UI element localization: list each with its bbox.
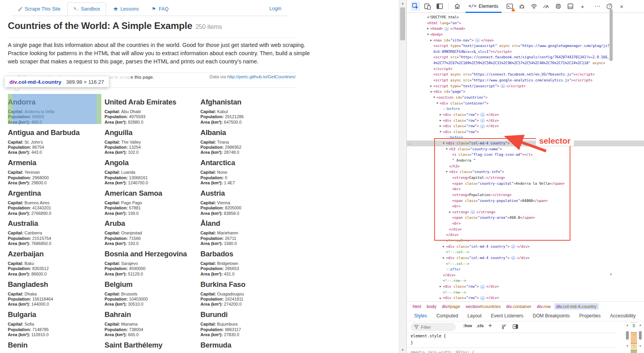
- expand-node-icon[interactable]: …: [470, 210, 475, 214]
- new-style-rule-button[interactable]: +: [488, 322, 492, 330]
- expand-arrow-closed-icon[interactable]: ▶: [441, 244, 446, 250]
- dom-tree-line[interactable]: <!--.row-->: [407, 290, 644, 295]
- tab-elements[interactable]: </> Elements: [465, 0, 502, 13]
- inspect-element-icon[interactable]: [411, 2, 420, 11]
- dom-tree-line[interactable]: ▶<div class="row">…</div>: [407, 295, 644, 301]
- expand-arrow-open-icon[interactable]: ▼: [435, 101, 440, 106]
- panel-tab-styles[interactable]: Styles: [410, 311, 431, 321]
- scroll-up-icon[interactable]: ▲: [608, 1, 614, 7]
- expand-arrow-open-icon[interactable]: ▼: [444, 169, 449, 175]
- add-tab-icon[interactable]: +: [578, 2, 587, 11]
- data-source-link[interactable]: http://peric.github.io/GetCountries/: [227, 74, 296, 79]
- expand-arrow-closed-icon[interactable]: ▶: [438, 112, 443, 118]
- login-link[interactable]: Login: [269, 6, 281, 11]
- expand-node-icon[interactable]: …: [444, 27, 449, 31]
- breadcrumb-item[interactable]: div.col-md-4.country: [554, 303, 599, 310]
- page-scroll-thumb[interactable]: [400, 7, 405, 40]
- scroll-down-icon[interactable]: ▼: [638, 344, 643, 348]
- expand-arrow-open-icon[interactable]: ▼: [444, 146, 449, 152]
- expand-node-icon[interactable]: …: [480, 285, 485, 289]
- expand-arrow-closed-icon[interactable]: ▶: [438, 295, 443, 301]
- scroll-up-icon[interactable]: ▲: [638, 323, 643, 327]
- expand-arrow-closed-icon[interactable]: ▶: [426, 26, 430, 32]
- expand-node-icon[interactable]: …: [500, 84, 505, 88]
- rendering-emulation-icon[interactable]: [501, 324, 507, 331]
- expand-arrow-closed-icon[interactable]: ▶: [438, 284, 443, 290]
- expand-arrow-open-icon[interactable]: ▼: [441, 140, 446, 146]
- expand-node-icon[interactable]: …: [480, 124, 485, 128]
- nav-item-faq[interactable]: ⚑FAQ: [146, 3, 174, 15]
- panel-tab-layout[interactable]: Layout: [463, 311, 486, 321]
- breadcrumb-item[interactable]: body: [425, 303, 438, 310]
- scroll-down-icon[interactable]: ▼: [625, 344, 630, 348]
- expand-node-icon[interactable]: …: [511, 245, 516, 249]
- panel-tab-accessibility[interactable]: Accessibility: [606, 311, 640, 321]
- expand-node-icon[interactable]: …: [511, 256, 516, 260]
- performance-icon[interactable]: [541, 2, 551, 11]
- code-token: </div>: [517, 256, 530, 260]
- focus-dock-icon[interactable]: [435, 2, 444, 11]
- window-scrollbar[interactable]: ▲ ▼: [638, 322, 643, 353]
- console-icon[interactable]: [505, 2, 514, 11]
- scroll-down-icon[interactable]: ▼: [399, 347, 406, 353]
- device-emulation-icon[interactable]: [423, 2, 432, 11]
- expand-node-icon[interactable]: …: [480, 113, 485, 117]
- breadcrumb-item[interactable]: html: [411, 303, 423, 310]
- scroll-up-icon[interactable]: ▲: [625, 323, 630, 327]
- expand-arrow-closed-icon[interactable]: ▶: [429, 83, 433, 89]
- code-token: Population:: [469, 193, 492, 197]
- home-icon[interactable]: [453, 2, 462, 11]
- dom-gutter-menu-icon[interactable]: …: [408, 140, 410, 146]
- open-panel-icon[interactable]: [512, 324, 518, 331]
- expand-arrow-open-icon[interactable]: ▼: [426, 32, 430, 38]
- code-token: <!--.col-->: [446, 262, 469, 266]
- expand-arrow-open-icon[interactable]: ▼: [438, 129, 443, 135]
- scroll-thumb[interactable]: [626, 331, 629, 340]
- expand-node-icon[interactable]: …: [480, 119, 485, 122]
- nav-item-sandbox[interactable]: >_Sandbox: [67, 2, 106, 16]
- toggle-classes-button[interactable]: .cls: [476, 323, 483, 328]
- styles-rules: element.style { } @media (min-width: 992…: [407, 333, 615, 353]
- toggle-hover-state-button[interactable]: :hov: [463, 323, 472, 328]
- scroll-up-icon[interactable]: ▲: [399, 0, 406, 6]
- network-icon[interactable]: [529, 2, 539, 11]
- close-icon[interactable]: ×: [617, 2, 626, 11]
- scroll-thumb[interactable]: [639, 331, 642, 340]
- expand-arrow-closed-icon[interactable]: ▶: [447, 209, 452, 215]
- breadcrumb-item[interactable]: div.row: [535, 303, 553, 310]
- country-card: ArmeniaCapital: YerevanPopulation: 29680…: [8, 158, 105, 188]
- dom-scroll-thumb[interactable]: [610, 9, 613, 61]
- application-icon[interactable]: [566, 2, 575, 11]
- styles-scrollbar[interactable]: ▲ ▼: [625, 322, 630, 353]
- panel-tab-properties[interactable]: Properties: [575, 311, 605, 321]
- dom-scrollbar[interactable]: ▲ ▼: [608, 1, 614, 288]
- more-options-icon[interactable]: ⋯: [593, 2, 602, 11]
- memory-icon[interactable]: [554, 2, 563, 11]
- expand-arrow-closed-icon[interactable]: ▶: [441, 255, 446, 261]
- panel-tab-computed[interactable]: Computed: [432, 311, 462, 321]
- expand-node-icon[interactable]: …: [480, 296, 485, 300]
- nav-item-lessons[interactable]: Lessons: [108, 3, 144, 15]
- code-token: >: [486, 101, 488, 105]
- breadcrumb-item[interactable]: div.container: [504, 303, 533, 310]
- styles-filter-input[interactable]: Filter: [411, 323, 456, 331]
- page-scrollbar[interactable]: ▲ ▼: [399, 0, 406, 353]
- expand-arrow-closed-icon[interactable]: ▶: [438, 123, 443, 129]
- expand-arrow-closed-icon[interactable]: ▶: [438, 118, 443, 124]
- panel-tab-dom-breakpoints[interactable]: DOM Breakpoints: [529, 311, 574, 321]
- code-token: async: [497, 44, 510, 48]
- expand-arrow-closed-icon[interactable]: ▶: [429, 38, 433, 43]
- expand-arrow-open-icon[interactable]: ▼: [432, 95, 437, 101]
- breadcrumb-item[interactable]: div#page: [440, 303, 462, 310]
- flag-icon: ⚑: [151, 6, 156, 11]
- expand-node-icon[interactable]: …: [475, 38, 480, 42]
- country-info: Capital: SarajevoPopulation: 4590000Area…: [105, 261, 200, 277]
- expand-arrow-open-icon[interactable]: ▼: [429, 89, 433, 95]
- nav-item-scrape-this-site[interactable]: Scrape This Site: [12, 3, 66, 15]
- panel-tab-event-listeners[interactable]: Event Listeners: [487, 311, 528, 321]
- debugger-icon[interactable]: [517, 2, 527, 11]
- element-style-rule[interactable]: element.style {: [407, 333, 615, 339]
- code-token: class: [451, 124, 464, 128]
- breadcrumb-item[interactable]: section#countries: [464, 303, 503, 310]
- scroll-down-icon[interactable]: ▼: [608, 271, 614, 277]
